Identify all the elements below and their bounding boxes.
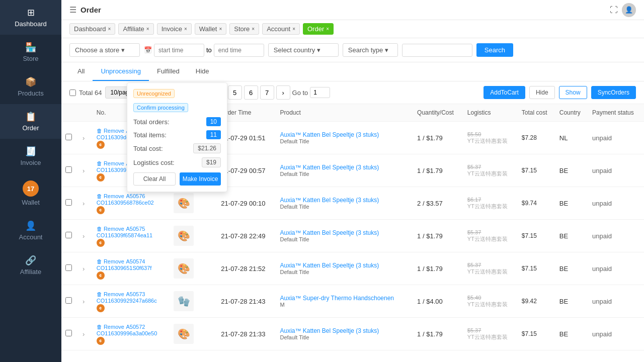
close-icon[interactable]: ×	[108, 26, 111, 32]
close-icon[interactable]: ×	[252, 26, 255, 32]
make-invoice-button[interactable]: Make Invoice	[180, 172, 221, 186]
product-name[interactable]: Auxia™ Katten Bel Speeltje (3 stuks)	[280, 327, 409, 334]
start-date-input[interactable]	[154, 44, 204, 57]
row-checkbox-cell[interactable]	[61, 285, 76, 318]
page-button-5[interactable]: 5	[228, 85, 242, 100]
remove-link[interactable]: 🗑 Remove	[97, 324, 124, 330]
breadcrumb-tab-wallet[interactable]: Wallet ×	[195, 23, 226, 35]
col-logistics: Logistics	[463, 104, 518, 122]
end-date-input[interactable]	[214, 44, 264, 57]
product-name[interactable]: Auxia™ Katten Bel Speeltje (3 stuks)	[280, 262, 409, 269]
product-name[interactable]: Auxia™ Katten Bel Speeltje (3 stuks)	[280, 197, 409, 204]
page-button-6[interactable]: 6	[244, 85, 258, 100]
close-icon[interactable]: ×	[146, 26, 149, 32]
add-to-cart-button[interactable]: AddToCart	[484, 86, 525, 99]
sidebar-item-dashboard[interactable]: ⊞ Dashboard	[0, 0, 61, 35]
product-name[interactable]: Auxia™ Katten Bel Speeltje (3 stuks)	[280, 164, 409, 171]
remove-link[interactable]: 🗑 Remove	[97, 258, 124, 264]
sidebar: ⊞ Dashboard 🏪 Store 📦 Products 📋 Order 🧾…	[0, 0, 61, 362]
row-checkbox[interactable]	[65, 232, 72, 238]
remove-link[interactable]: 🗑 Remove	[97, 291, 124, 297]
total-cost: $7.15	[522, 167, 537, 174]
close-icon[interactable]: ×	[292, 26, 295, 32]
row-expand-cell[interactable]: ›	[76, 318, 93, 350]
order-num: A50576	[126, 193, 145, 199]
tab-unprocessing[interactable]: Unprocessing	[93, 62, 149, 81]
breadcrumb-tab-account[interactable]: Account ×	[262, 23, 300, 35]
remove-link[interactable]: 🗑 Remove	[97, 160, 124, 166]
sidebar-item-account[interactable]: 👤 Account	[0, 213, 61, 248]
search-keyword-input[interactable]	[402, 44, 472, 57]
row-expand-cell[interactable]: ›	[76, 252, 93, 285]
remove-link[interactable]: 🗑 Remove	[97, 128, 124, 134]
breadcrumb-tab-store[interactable]: Store ×	[229, 23, 259, 35]
row-checkbox[interactable]	[65, 134, 72, 140]
close-icon[interactable]: ×	[184, 26, 187, 32]
row-checkbox[interactable]	[65, 264, 72, 271]
expand-button[interactable]: ›	[80, 134, 87, 142]
hide-button[interactable]: Hide	[529, 86, 555, 99]
logistics-name: YT云送特惠套装	[467, 301, 514, 308]
search-button[interactable]: Search	[476, 43, 513, 57]
sidebar-item-affiliate[interactable]: 🔗 Affiliate	[0, 248, 61, 283]
show-button[interactable]: Show	[559, 86, 587, 99]
expand-button[interactable]: ›	[80, 265, 87, 273]
country-select[interactable]: Select country ▾	[268, 43, 339, 57]
expand-button[interactable]: ›	[80, 167, 87, 174]
col-total-cost: Total cost	[518, 104, 555, 122]
clear-all-button[interactable]: Clear All	[133, 172, 176, 186]
expand-button[interactable]: ›	[80, 232, 87, 240]
row-checkbox-cell[interactable]	[61, 122, 76, 154]
avatar[interactable]: 👤	[622, 3, 636, 17]
row-expand-cell[interactable]: ›	[76, 154, 93, 187]
row-checkbox[interactable]	[65, 330, 72, 336]
page-button-7[interactable]: 7	[260, 85, 274, 100]
row-checkbox[interactable]	[65, 297, 72, 304]
product-name[interactable]: Auxia™ Katten Bel Speeltje (3 stuks)	[280, 131, 409, 138]
row-expand-cell[interactable]: ›	[76, 187, 93, 220]
sidebar-item-store[interactable]: 🏪 Store	[0, 35, 61, 69]
sync-orders-button[interactable]: SyncOrders	[591, 86, 636, 99]
expand-button[interactable]: ›	[80, 298, 87, 305]
row-checkbox-cell[interactable]	[61, 187, 76, 220]
row-checkbox[interactable]	[65, 166, 72, 173]
row-checkbox[interactable]	[65, 199, 72, 206]
expand-button[interactable]: ›	[80, 200, 87, 207]
expand-button[interactable]: ›	[80, 330, 87, 338]
row-expand-cell[interactable]: ›	[76, 122, 93, 154]
product-name[interactable]: Auxia™ Katten Bel Speeltje (3 stuks)	[280, 229, 409, 236]
tab-hide[interactable]: Hide	[188, 62, 217, 81]
breadcrumb-tab-order[interactable]: Order ×	[303, 23, 334, 35]
product-name[interactable]: Auxia™ Super-dry Thermo Handschoenen	[280, 295, 409, 302]
tab-all[interactable]: All	[69, 62, 93, 81]
tab-fulfilled[interactable]: Fulfilled	[149, 62, 188, 81]
close-icon[interactable]: ×	[326, 26, 329, 32]
menu-icon[interactable]: ☰	[69, 5, 76, 15]
sidebar-item-invoice[interactable]: 🧾 Invoice	[0, 139, 61, 173]
row-expand-cell[interactable]: ›	[76, 220, 93, 252]
select-all-checkbox[interactable]	[69, 89, 76, 96]
sidebar-item-products[interactable]: 📦 Products	[0, 69, 61, 104]
fullscreen-icon[interactable]: ⛶	[610, 6, 618, 15]
goto-input[interactable]	[310, 87, 330, 98]
breadcrumb-tab-invoice[interactable]: Invoice ×	[157, 23, 192, 35]
row-product-cell: Auxia™ Katten Bel Speeltje (3 stuks) Def…	[276, 220, 413, 252]
next-page-button[interactable]: ›	[276, 85, 290, 100]
sidebar-item-wallet[interactable]: 17 Wallet	[0, 173, 61, 213]
remove-link[interactable]: 🗑 Remove	[97, 193, 124, 199]
row-expand-cell[interactable]: ›	[76, 285, 93, 318]
remove-link[interactable]: 🗑 Remove	[97, 226, 124, 232]
close-icon[interactable]: ×	[219, 26, 222, 32]
row-checkbox-cell[interactable]	[61, 220, 76, 252]
search-type-select[interactable]: Search type ▾	[343, 43, 398, 57]
row-checkbox-cell[interactable]	[61, 154, 76, 187]
breadcrumb-tab-affiliate[interactable]: Affiliate ×	[118, 23, 153, 35]
sidebar-item-order[interactable]: 📋 Order	[0, 104, 61, 139]
row-order-time-cell: 21-07-28 21:43	[217, 285, 276, 318]
store-select[interactable]: Choose a store ▾	[69, 43, 140, 57]
coin-icon: ¢	[97, 206, 105, 214]
row-checkbox-cell[interactable]	[61, 318, 76, 350]
breadcrumb-tab-dashboard[interactable]: Dashboard ×	[69, 23, 115, 35]
row-checkbox-cell[interactable]	[61, 252, 76, 285]
order-time: 21-07-28 21:33	[221, 330, 265, 338]
